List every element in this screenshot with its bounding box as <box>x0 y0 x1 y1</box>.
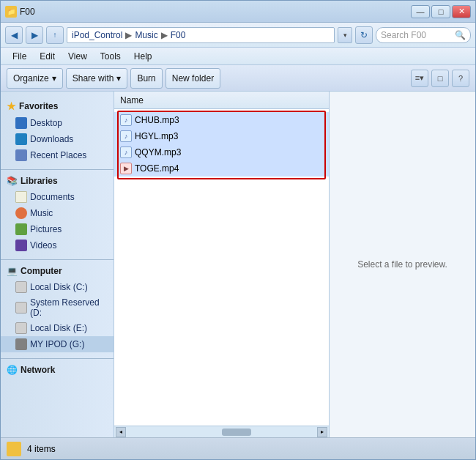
toolbar-right: ≡▾ □ ? <box>411 70 469 87</box>
sidebar-item-downloads[interactable]: Downloads <box>1 131 114 147</box>
file-item-toge[interactable]: ▶ TOGE.mp4 <box>114 160 329 177</box>
videos-icon <box>15 240 27 251</box>
title-bar-left: 📁 F00 <box>5 6 35 18</box>
computer-icon: 💻 <box>7 266 18 276</box>
pane-button[interactable]: □ <box>431 70 449 87</box>
mp4-icon-toge: ▶ <box>120 163 132 174</box>
maximize-button[interactable]: □ <box>431 5 450 18</box>
search-icon: 🔍 <box>455 30 466 40</box>
sidebar-header-libraries[interactable]: 📚 Libraries <box>1 173 114 189</box>
divider-2 <box>1 259 114 260</box>
disk-d-icon <box>15 302 27 314</box>
item-count: 4 items <box>27 444 56 454</box>
sidebar-section-libraries: 📚 Libraries Documents Music Pictures <box>1 173 114 253</box>
sidebar-item-desktop[interactable]: Desktop <box>1 115 114 131</box>
sidebar-item-music[interactable]: Music <box>1 205 114 221</box>
sidebar-item-local-c[interactable]: Local Disk (C:) <box>1 279 114 295</box>
breadcrumb-f00: F00 <box>171 30 186 40</box>
disk-e-icon <box>15 322 27 334</box>
scroll-track[interactable] <box>127 429 316 436</box>
search-placeholder: Search F00 <box>381 30 426 40</box>
file-name-qqym: QQYM.mp3 <box>135 147 181 157</box>
sidebar-header-computer[interactable]: 💻 Computer <box>1 263 114 279</box>
file-area: Name ♪ CHUB.mp3 ♪ HGYL.mp3 <box>114 92 329 437</box>
sidebar-section-favorites: ★ Favorites Desktop Downloads Recent Pla… <box>1 97 114 163</box>
menu-edit[interactable]: Edit <box>34 50 61 63</box>
status-bar: 4 items <box>1 437 475 459</box>
share-arrow: ▾ <box>116 73 121 84</box>
ipod-icon <box>15 338 27 350</box>
breadcrumb-ipod: iPod_Control <box>72 30 122 40</box>
address-dropdown-button[interactable]: ▾ <box>338 27 352 43</box>
horizontal-scrollbar[interactable]: ◂ ▸ <box>114 426 329 437</box>
burn-button[interactable]: Burn <box>130 68 162 89</box>
downloads-icon <box>15 133 27 145</box>
sidebar-item-local-e[interactable]: Local Disk (E:) <box>1 320 114 336</box>
divider-1 <box>1 169 114 170</box>
share-label: Share with <box>72 73 114 84</box>
divider-3 <box>1 358 114 359</box>
sidebar-item-documents[interactable]: Documents <box>1 189 114 205</box>
menu-view[interactable]: View <box>62 50 93 63</box>
sidebar-item-videos[interactable]: Videos <box>1 237 114 253</box>
help-button[interactable]: ? <box>452 70 469 87</box>
burn-label: Burn <box>137 73 155 84</box>
file-name-chub: CHUB.mp3 <box>135 115 179 125</box>
sidebar-section-computer: 💻 Computer Local Disk (C:) System Reserv… <box>1 263 114 352</box>
sidebar-item-recent[interactable]: Recent Places <box>1 147 114 163</box>
share-button[interactable]: Share with ▾ <box>66 68 128 89</box>
search-box[interactable]: Search F00 🔍 <box>376 27 471 43</box>
scroll-right-button[interactable]: ▸ <box>317 427 327 437</box>
file-item-qqym[interactable]: ♪ QQYM.mp3 <box>114 144 329 160</box>
disk-c-icon <box>15 281 27 293</box>
file-list-header: Name <box>114 92 329 109</box>
up-button[interactable]: ↑ <box>46 26 64 44</box>
file-name-hgyl: HGYL.mp3 <box>135 131 178 141</box>
file-name-toge: TOGE.mp4 <box>135 163 179 174</box>
menu-help[interactable]: Help <box>128 50 158 63</box>
forward-button[interactable]: ▶ <box>26 26 43 44</box>
new-folder-label: New folder <box>172 73 214 84</box>
videos-label: Videos <box>30 240 56 251</box>
address-bar: ◀ ▶ ↑ iPod_Control ▶ Music ▶ F00 ▾ ↻ Sea… <box>1 23 475 48</box>
menu-file[interactable]: File <box>7 50 32 63</box>
close-button[interactable]: ✕ <box>452 5 471 18</box>
preview-text: Select a file to preview. <box>357 259 447 270</box>
sidebar-header-network[interactable]: 🌐 Network <box>1 362 114 378</box>
breadcrumb-music: Music <box>135 30 157 40</box>
minimize-button[interactable]: — <box>411 5 430 18</box>
file-item-chub[interactable]: ♪ CHUB.mp3 <box>114 112 329 128</box>
music-icon <box>15 207 27 219</box>
mp3-icon-hgyl: ♪ <box>120 130 132 142</box>
sidebar-item-ipod-g[interactable]: MY IPOD (G:) <box>1 336 114 352</box>
documents-icon <box>15 191 27 203</box>
view-toggle-button[interactable]: ≡▾ <box>411 70 428 87</box>
status-folder-icon <box>7 442 21 456</box>
ipod-label: MY IPOD (G:) <box>30 339 84 349</box>
column-name[interactable]: Name <box>120 95 144 105</box>
scroll-thumb[interactable] <box>222 429 251 436</box>
documents-label: Documents <box>30 192 75 202</box>
star-icon: ★ <box>7 100 16 112</box>
music-label: Music <box>30 208 53 218</box>
menu-tools[interactable]: Tools <box>94 50 127 63</box>
new-folder-button[interactable]: New folder <box>166 68 220 89</box>
pictures-label: Pictures <box>30 224 62 234</box>
refresh-button[interactable]: ↻ <box>355 26 373 44</box>
favorites-label: Favorites <box>19 101 58 111</box>
recent-label: Recent Places <box>30 150 86 160</box>
sidebar-item-system-d[interactable]: System Reserved (D: <box>1 295 114 320</box>
organize-button[interactable]: Organize ▾ <box>7 68 63 89</box>
preview-area: Select a file to preview. <box>329 92 475 437</box>
address-box[interactable]: iPod_Control ▶ Music ▶ F00 <box>67 27 335 43</box>
system-d-label: System Reserved (D: <box>30 297 108 318</box>
back-button[interactable]: ◀ <box>5 26 23 44</box>
file-item-hgyl[interactable]: ♪ HGYL.mp3 <box>114 128 329 144</box>
downloads-label: Downloads <box>30 134 73 144</box>
network-label: Network <box>21 365 55 375</box>
sidebar-header-favorites[interactable]: ★ Favorites <box>1 97 114 115</box>
title-bar: 📁 F00 — □ ✕ <box>1 1 475 23</box>
scroll-left-button[interactable]: ◂ <box>116 427 126 437</box>
window-controls: — □ ✕ <box>411 5 471 18</box>
sidebar-item-pictures[interactable]: Pictures <box>1 221 114 237</box>
